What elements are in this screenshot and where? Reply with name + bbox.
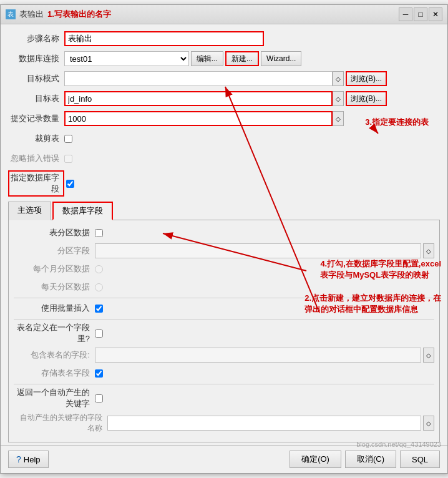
partition-data-checkbox[interactable] [95, 229, 103, 237]
ok-button[interactable]: 确定(O) [290, 451, 341, 468]
partition-field-input[interactable] [95, 243, 421, 258]
target-mode-label: 目标模式 [8, 73, 64, 84]
browse-button-2[interactable]: 浏览(B)... [346, 91, 387, 106]
auto-key-field-label: 自动产生的关键字的字段名称 [14, 412, 107, 434]
new-button[interactable]: 新建... [225, 51, 259, 66]
wizard-button[interactable]: Wizard... [261, 51, 301, 66]
target-mode-controls: ◇ 浏览(B)... [64, 71, 440, 86]
target-table-row: 目标表 ◇ 浏览(B)... [8, 90, 440, 107]
store-table-field-checkbox[interactable] [95, 369, 103, 378]
bulk-insert-checkbox[interactable] [95, 305, 103, 313]
target-table-label: 目标表 [8, 93, 64, 104]
db-connect-controls: test01 编辑... 新建... Wizard... [64, 51, 440, 66]
window-title-annotation: 1.写表输出的名字 [47, 9, 111, 20]
daily-row: 每天分区数据 [14, 280, 434, 295]
window-icon: 表 [6, 9, 16, 19]
table-name-in-field-label: 表名定义在一个字段里? [14, 322, 95, 344]
return-auto-key-label: 返回一个自动产生的关键字 [14, 387, 95, 409]
store-table-field-row: 存储表名字段 [14, 366, 434, 381]
step-name-label: 步骤名称 [8, 33, 64, 44]
title-bar: 表 表输出 1.写表输出的名字 ─ □ ✕ [1, 5, 447, 24]
contains-table-field-label: 包含表名的字段: [14, 349, 95, 361]
footer-right-buttons: 确定(O) 取消(C) SQL [290, 451, 440, 468]
ignore-error-label: 忽略插入错误 [8, 153, 64, 164]
specify-fields-label: 指定数据库字段 [8, 170, 64, 197]
step-name-row: 步骤名称 [8, 31, 440, 47]
table-name-in-field-checkbox[interactable] [95, 329, 103, 338]
title-controls: ─ □ ✕ [399, 7, 442, 21]
partition-field-label: 分区字段 [14, 245, 95, 256]
window-title-prefix: 表输出 [19, 9, 44, 20]
db-connect-select[interactable]: test01 [64, 51, 189, 66]
commit-count-label: 提交记录数量 [8, 113, 64, 124]
truncate-checkbox[interactable] [64, 135, 72, 143]
target-table-input[interactable] [64, 91, 333, 106]
edit-button[interactable]: 编辑... [191, 51, 223, 66]
truncate-row: 裁剪表 [8, 130, 440, 147]
truncate-label: 裁剪表 [8, 133, 64, 144]
ignore-error-checkbox[interactable] [64, 155, 72, 163]
target-table-diamond[interactable]: ◇ [333, 91, 344, 106]
commit-count-input[interactable] [64, 111, 333, 126]
tab-content-panel: 表分区数据 分区字段 ◇ 每个月分区数据 每天分区数据 [8, 220, 440, 442]
minimize-button[interactable]: ─ [399, 7, 412, 21]
ignore-error-row: 忽略插入错误 [8, 150, 440, 167]
contains-table-field-row: 包含表名的字段: ◇ [14, 348, 434, 363]
partition-field-diamond: ◇ [423, 243, 434, 258]
commit-count-controls: ◇ [64, 111, 440, 126]
commit-count-diamond[interactable]: ◇ [333, 111, 344, 126]
help-icon: ? [16, 454, 21, 464]
auto-key-field-diamond: ◇ [423, 416, 434, 431]
target-mode-input[interactable] [64, 71, 333, 86]
db-connect-label: 数据库连接 [8, 53, 64, 64]
specify-fields-checkbox[interactable] [66, 180, 74, 188]
commit-count-row: 提交记录数量 ◇ [8, 110, 440, 127]
return-auto-key-row: 返回一个自动产生的关键字 [14, 387, 434, 409]
target-table-controls: ◇ 浏览(B)... [64, 91, 440, 106]
tab-db-fields[interactable]: 数据库字段 [52, 202, 113, 220]
tabs-container: 主选项 数据库字段 [8, 202, 440, 220]
monthly-row: 每个月分区数据 [14, 261, 434, 276]
target-mode-diamond[interactable]: ◇ [333, 71, 344, 86]
return-auto-key-checkbox[interactable] [95, 394, 103, 402]
monthly-label: 每个月分区数据 [14, 263, 95, 275]
db-connect-row: 数据库连接 test01 编辑... 新建... Wizard... [8, 51, 440, 67]
contains-table-field-input[interactable] [95, 348, 421, 363]
tab-main[interactable]: 主选项 [8, 202, 51, 220]
step-name-input[interactable] [64, 31, 264, 46]
help-button[interactable]: ? Help [8, 451, 49, 468]
partition-field-row: 分区字段 ◇ [14, 243, 434, 258]
store-table-field-label: 存储表名字段 [14, 368, 95, 379]
bulk-insert-label: 使用批量插入 [14, 303, 95, 314]
watermark: blog.csdn.net/qq_43149023 [356, 441, 441, 448]
monthly-radio[interactable] [95, 265, 103, 273]
title-bar-left: 表 表输出 1.写表输出的名字 [6, 9, 111, 20]
maximize-button[interactable]: □ [414, 7, 427, 21]
partition-data-row: 表分区数据 [14, 225, 434, 240]
specify-fields-row: 指定数据库字段 [8, 170, 440, 197]
table-name-in-field-row: 表名定义在一个字段里? [14, 322, 434, 344]
main-window: 表 表输出 1.写表输出的名字 ─ □ ✕ 步骤名称 数据库连接 test01 … [0, 4, 448, 474]
browse-button-1[interactable]: 浏览(B)... [346, 71, 387, 86]
close-button[interactable]: ✕ [429, 7, 442, 21]
contains-table-field-diamond: ◇ [423, 348, 434, 363]
auto-key-field-input[interactable] [107, 416, 421, 431]
daily-label: 每天分区数据 [14, 281, 95, 293]
cancel-button[interactable]: 取消(C) [345, 451, 396, 468]
form-content: 步骤名称 数据库连接 test01 编辑... 新建... Wizard... … [1, 24, 447, 445]
partition-data-label: 表分区数据 [14, 227, 95, 238]
footer: ? Help 确定(O) 取消(C) SQL [1, 445, 447, 473]
sql-button[interactable]: SQL [400, 451, 440, 468]
daily-radio[interactable] [95, 283, 103, 291]
bulk-insert-row: 使用批量插入 [14, 301, 434, 316]
target-mode-row: 目标模式 ◇ 浏览(B)... [8, 71, 440, 87]
auto-key-field-row: 自动产生的关键字的字段名称 ◇ [14, 412, 434, 434]
